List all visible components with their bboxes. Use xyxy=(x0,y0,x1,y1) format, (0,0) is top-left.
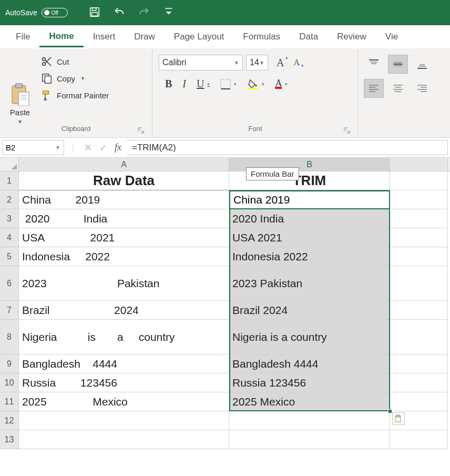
row-header[interactable]: 4 xyxy=(0,228,19,247)
bold-button[interactable]: B xyxy=(165,78,172,90)
worksheet-grid[interactable]: A B 12345678910111213 Raw DataChina 2019… xyxy=(0,158,450,449)
cell[interactable] xyxy=(390,355,448,373)
cell[interactable] xyxy=(390,373,448,392)
toggle-knob-icon xyxy=(44,10,49,15)
copy-button[interactable]: Copy ▼ xyxy=(41,73,109,84)
fill-color-button[interactable] xyxy=(247,78,264,90)
redo-icon[interactable] xyxy=(138,6,150,19)
name-box[interactable]: B2 ▼ xyxy=(2,140,64,155)
tab-review[interactable]: Review xyxy=(328,27,376,46)
cell[interactable] xyxy=(19,411,229,430)
row-header[interactable]: 11 xyxy=(0,392,19,411)
format-painter-icon xyxy=(41,89,53,101)
underline-button[interactable]: U xyxy=(197,78,210,90)
row-header[interactable]: 13 xyxy=(0,430,19,449)
cell[interactable] xyxy=(390,209,448,228)
cell[interactable] xyxy=(390,190,448,209)
row-header[interactable]: 2 xyxy=(0,190,19,209)
row-header[interactable]: 3 xyxy=(0,209,19,228)
font-name-combo[interactable]: Calibri ▼ xyxy=(159,55,243,70)
paste-button[interactable]: Paste ▼ xyxy=(4,52,36,125)
cell[interactable]: Indonesia 2022 xyxy=(19,247,229,266)
row-header[interactable]: 1 xyxy=(0,171,19,190)
cell[interactable]: China 2019 xyxy=(229,190,390,209)
autosave-switch[interactable]: Off xyxy=(42,8,68,17)
cell[interactable]: 2025 Mexico xyxy=(229,392,390,411)
row-header[interactable]: 8 xyxy=(0,320,19,355)
align-center-button[interactable] xyxy=(388,79,408,98)
align-right-button[interactable] xyxy=(412,79,432,98)
cell[interactable]: Indonesia 2022 xyxy=(229,247,390,266)
col-header-C[interactable] xyxy=(390,158,448,171)
qat-customize-icon[interactable] xyxy=(163,6,175,19)
fx-icon[interactable]: fx xyxy=(115,142,121,153)
col-header-A[interactable]: A xyxy=(19,158,229,171)
cell[interactable] xyxy=(390,247,448,266)
tab-formulas[interactable]: Formulas xyxy=(233,27,290,46)
align-left-button[interactable] xyxy=(364,79,384,98)
row-header[interactable]: 5 xyxy=(0,247,19,266)
cancel-icon[interactable]: ✕ xyxy=(84,142,92,154)
italic-button[interactable]: I xyxy=(182,78,186,90)
cell[interactable]: USA 2021 xyxy=(19,228,229,247)
align-top-button[interactable] xyxy=(364,55,384,74)
cell[interactable] xyxy=(390,320,448,355)
cell[interactable] xyxy=(390,301,448,320)
clipboard-dialog-launcher-icon[interactable] xyxy=(137,127,145,134)
format-painter-button[interactable]: Format Painter xyxy=(41,89,109,101)
row-header[interactable]: 7 xyxy=(0,301,19,320)
cell[interactable] xyxy=(390,228,448,247)
cell[interactable]: USA 2021 xyxy=(229,228,390,247)
paste-options-badge[interactable] xyxy=(392,412,405,425)
tab-home[interactable]: Home xyxy=(39,27,83,47)
cell[interactable]: 2023 Pakistan xyxy=(19,266,229,301)
align-bottom-button[interactable] xyxy=(412,55,432,74)
row-header[interactable]: 12 xyxy=(0,411,19,430)
row-header[interactable]: 10 xyxy=(0,373,19,392)
cell[interactable] xyxy=(19,430,229,449)
cell[interactable] xyxy=(229,430,390,449)
tab-file[interactable]: File xyxy=(6,27,39,46)
cell[interactable] xyxy=(390,430,448,449)
tab-page-layout[interactable]: Page Layout xyxy=(165,27,233,46)
autosave-toggle[interactable]: AutoSave Off xyxy=(5,8,68,17)
tab-data[interactable]: Data xyxy=(290,27,328,46)
row-header[interactable]: 9 xyxy=(0,355,19,373)
cell[interactable]: Nigeria is a country xyxy=(229,320,390,355)
cell[interactable]: 2025 Mexico xyxy=(19,392,229,411)
cell[interactable] xyxy=(390,266,448,301)
cell[interactable]: Bangladesh 4444 xyxy=(19,355,229,373)
cell[interactable] xyxy=(390,171,448,190)
cell[interactable]: Brazil 2024 xyxy=(229,301,390,320)
align-middle-button[interactable] xyxy=(388,55,408,74)
font-dialog-launcher-icon[interactable] xyxy=(343,127,351,134)
font-color-button[interactable]: A xyxy=(275,79,288,89)
increase-font-icon[interactable]: A▴ xyxy=(277,57,284,69)
cell[interactable]: 2023 Pakistan xyxy=(229,266,390,301)
font-size-combo[interactable]: 14 ▼ xyxy=(246,55,268,70)
cell[interactable]: 2020 India xyxy=(229,209,390,228)
tab-draw[interactable]: Draw xyxy=(125,27,165,46)
cell[interactable] xyxy=(229,411,390,430)
cell[interactable]: Bangladesh 4444 xyxy=(229,355,390,373)
cell[interactable] xyxy=(390,392,448,411)
select-all-corner[interactable] xyxy=(0,158,19,171)
fill-handle[interactable] xyxy=(388,409,392,413)
cell[interactable]: Russia 123456 xyxy=(229,373,390,392)
cell[interactable]: 2020 India xyxy=(19,209,229,228)
row-header[interactable]: 6 xyxy=(0,266,19,301)
tab-insert[interactable]: Insert xyxy=(84,27,125,46)
undo-icon[interactable] xyxy=(114,6,125,19)
save-icon[interactable] xyxy=(89,6,100,19)
cell[interactable]: Brazil 2024 xyxy=(19,301,229,320)
cell[interactable]: Russia 123456 xyxy=(19,373,229,392)
decrease-font-icon[interactable]: A▾ xyxy=(293,58,300,67)
borders-button[interactable] xyxy=(220,79,237,89)
cell[interactable]: Nigeria is a country xyxy=(19,320,229,355)
cell[interactable]: Raw Data xyxy=(19,171,229,190)
tab-view[interactable]: Vie xyxy=(376,27,407,46)
cut-button[interactable]: Cut xyxy=(41,56,109,67)
formula-input[interactable]: =TRIM(A2) xyxy=(127,140,448,155)
cell[interactable]: China 2019 xyxy=(19,190,229,209)
enter-icon[interactable]: ✓ xyxy=(99,142,107,154)
